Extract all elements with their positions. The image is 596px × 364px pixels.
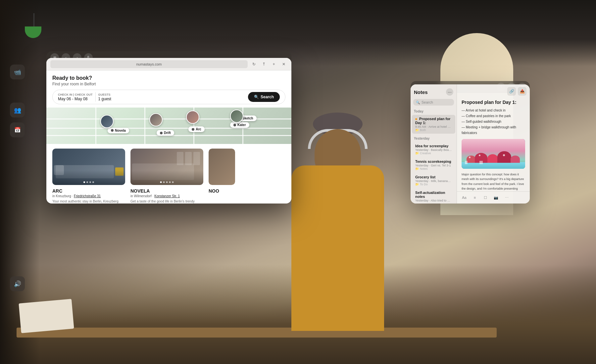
hotel-card-image-arc[interactable] — [52, 149, 125, 185]
notes-item-screenplay[interactable]: Idea for screenplay Yesterday · Basicall… — [412, 142, 455, 157]
browser-url-bar[interactable]: numastays.com — [50, 60, 248, 68]
video-icon: 📹 — [14, 68, 21, 76]
notes-more-options-button[interactable]: ⋯ — [503, 194, 511, 202]
notes-item-title: Tennis scorekeeping — [415, 159, 452, 163]
notes-more-button[interactable]: ··· — [446, 88, 453, 96]
mushroom-stem — [465, 161, 468, 164]
hotel-image-dots — [83, 181, 94, 183]
hotel-neighborhood: in Wilmersdorf — [130, 194, 152, 198]
hotel-name-novela: NOVELA — [130, 188, 203, 194]
notes-list-item: — Arrive at hotel and check in — [462, 108, 525, 113]
notes-list-item: — Meeting + bridge walkthrough with fabr… — [462, 124, 525, 136]
hotel-image-bg-novela — [130, 149, 203, 185]
hotel-desc-novela: Get a taste of the good life in Berlin's… — [130, 199, 203, 204]
map-photo-pin-arc[interactable] — [100, 115, 114, 128]
notes-item-tennis[interactable]: Tennis scorekeeping Yesterday · Geri vs.… — [412, 158, 455, 172]
mushroom-shape — [467, 156, 476, 163]
notes-list-button[interactable]: ≡ — [471, 194, 479, 202]
map-pin-arc[interactable]: Arc — [188, 126, 205, 132]
hotel-address-link[interactable]: Friedrichstraße 31 — [74, 194, 101, 198]
search-button[interactable]: 🔍 Search — [248, 92, 280, 102]
mushroom-stem — [479, 161, 483, 164]
notes-detail-content: Proposed plan for Day 1: — Arrive at hot… — [457, 98, 530, 191]
calendar-icon-widget[interactable]: 📅 — [10, 122, 25, 137]
hotel-location-arc: in Kreuzburg · Friedrichstraße 31 — [52, 194, 125, 198]
hotel-card-image-partial[interactable] — [209, 149, 235, 185]
browser-share-button[interactable]: ⤒ — [260, 61, 268, 68]
notes-sidebar: Notes ··· 🔍 Search Today Proposed plan f… — [411, 84, 457, 204]
hotel-card-image-novela[interactable] — [130, 149, 203, 185]
map-pin-kater[interactable]: Kater — [230, 122, 249, 128]
notes-item-preview: Yesterday · Also tried to work on organi… — [415, 199, 452, 202]
facetime-icon-widget[interactable]: 📹 — [10, 65, 25, 79]
mushroom-shape — [497, 151, 511, 163]
notes-title: Notes — [414, 89, 428, 95]
hotel-cards-list: ARC in Kreuzburg · Friedrichstraße 31 Yo… — [46, 144, 291, 204]
hotel-address-link[interactable]: Konstanzer Str. 1 — [154, 194, 180, 198]
folder-icon: 📁 — [415, 152, 419, 155]
notes-header: Notes ··· — [411, 84, 457, 98]
search-divider — [95, 92, 96, 102]
folder-icon: 📁 — [415, 183, 419, 186]
notes-item-folder: 📁 Notes — [415, 167, 452, 170]
map-photo-pin-kater[interactable] — [230, 110, 243, 123]
map-road — [144, 108, 145, 144]
map-photo-pin-drift[interactable] — [186, 111, 199, 124]
notes-camera-button[interactable]: 📷 — [492, 194, 500, 202]
notes-search-icon: 🔍 — [416, 101, 420, 104]
search-icon: 🔍 — [254, 95, 259, 99]
browser-refresh-button[interactable]: ↻ — [250, 61, 258, 68]
notes-item-folder: 📁 To Do — [415, 183, 452, 186]
guests-value: 1 guest — [98, 97, 111, 101]
notes-section-today: Today — [411, 107, 457, 114]
search-button-label: Search — [261, 95, 274, 99]
notes-window: Notes ··· 🔍 Search Today Proposed plan f… — [411, 84, 530, 204]
notes-share-button[interactable]: 📤 — [518, 87, 526, 96]
notes-item-proposed-plan[interactable]: Proposed plan for Day 1: 9:45 AM · Arriv… — [412, 115, 455, 134]
booking-subheadline: Find your room in Belfort — [52, 82, 285, 86]
dates-value: May 06 - May 08 — [58, 97, 93, 101]
map-road — [95, 108, 96, 144]
notes-format-button[interactable]: Aa — [460, 194, 468, 202]
url-text: numastays.com — [136, 62, 162, 66]
mushroom-dot — [503, 154, 505, 156]
hotel-image-bg-arc — [52, 149, 125, 185]
browser-toolbar: numastays.com ↻ ⤒ + ✕ — [46, 58, 291, 70]
notes-detail-list: — Arrive at hotel and check in — Coffee … — [462, 108, 525, 136]
map-area[interactable]: Novela Drift Arc Kater Sketch — [46, 108, 291, 144]
notes-item-preview: Yesterday · Basically Beauty with two St… — [415, 148, 452, 152]
browser-window: numastays.com ↻ ⤒ + ✕ Ready to book? Fin… — [46, 58, 291, 204]
notes-item-preview: Yesterday · Milk, bananas, bread/butt... — [415, 179, 452, 183]
speaker-icon-widget[interactable]: 🔊 — [10, 276, 25, 291]
mushroom-dot — [469, 157, 471, 158]
notes-detail-toolbar: 🔗 📤 — [457, 84, 530, 98]
notes-link-button[interactable]: 🔗 — [507, 87, 516, 96]
checkin-label: Check In | Check Out — [58, 93, 93, 96]
notes-item-self-actualization[interactable]: Self-actualization notes Yesterday · Als… — [412, 189, 455, 204]
map-pin-novela[interactable]: Novela — [108, 128, 129, 133]
hotel-location-novela: in Wilmersdorf · Konstanzer Str. 1 — [130, 194, 203, 198]
browser-close-button[interactable]: ✕ — [280, 61, 287, 68]
hotel-name-arc: ARC — [52, 188, 125, 194]
hotel-card-partial: NOO — [209, 149, 235, 204]
speaker-icon: 🔊 — [14, 280, 21, 288]
notes-checklist-button[interactable]: ☐ — [481, 194, 489, 202]
browser-add-button[interactable]: + — [270, 61, 277, 68]
notes-search-bar[interactable]: 🔍 Search — [413, 99, 454, 106]
notes-item-title: Self-actualization notes — [415, 191, 452, 199]
people-icon-widget[interactable]: 👥 — [10, 103, 25, 117]
map-pin-drift[interactable]: Drift — [157, 130, 174, 136]
hotel-name-partial: NOO — [209, 188, 235, 194]
notes-item-preview: Yesterday · Geri vs. Tel 3-1 — [415, 164, 452, 167]
notes-concept-image — [462, 139, 525, 169]
notes-image-shapes — [462, 139, 525, 169]
map-photo-pin-novela[interactable] — [149, 113, 163, 126]
notes-item-grocery[interactable]: Grocery list Yesterday · Milk, bananas, … — [412, 173, 455, 188]
checkin-field[interactable]: Check In | Check Out May 06 - May 08 — [58, 93, 93, 101]
hotel-image-dots-novela — [160, 181, 174, 183]
notes-body-text: Major question for this concept: how doe… — [462, 172, 525, 191]
guests-field[interactable]: Guests 1 guest — [98, 93, 111, 101]
notes-item-preview: 9:45 AM · Arrive at hotel and ch... — [415, 125, 452, 128]
booking-search-bar: Check In | Check Out May 06 - May 08 Gue… — [52, 90, 285, 104]
booking-main: Ready to book? Find your room in Belfort… — [46, 70, 291, 204]
